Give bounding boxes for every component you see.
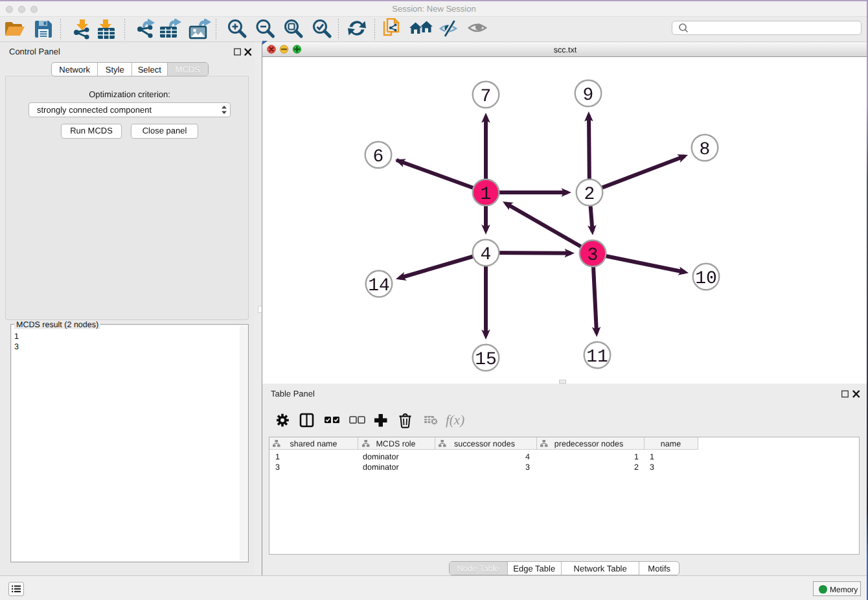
svg-text:4: 4 (481, 245, 492, 265)
svg-text:14: 14 (368, 276, 390, 296)
svg-text:6: 6 (373, 147, 384, 167)
svg-text:11: 11 (586, 347, 608, 367)
svg-text:f(x): f(x) (446, 412, 464, 428)
svg-text:10: 10 (695, 269, 717, 289)
svg-text:1: 1 (481, 185, 492, 205)
svg-text:9: 9 (583, 86, 594, 106)
svg-text:3: 3 (588, 246, 599, 266)
svg-text:7: 7 (481, 87, 492, 107)
svg-text:15: 15 (475, 350, 497, 370)
svg-text:8: 8 (700, 140, 711, 160)
svg-text:2: 2 (584, 185, 595, 205)
